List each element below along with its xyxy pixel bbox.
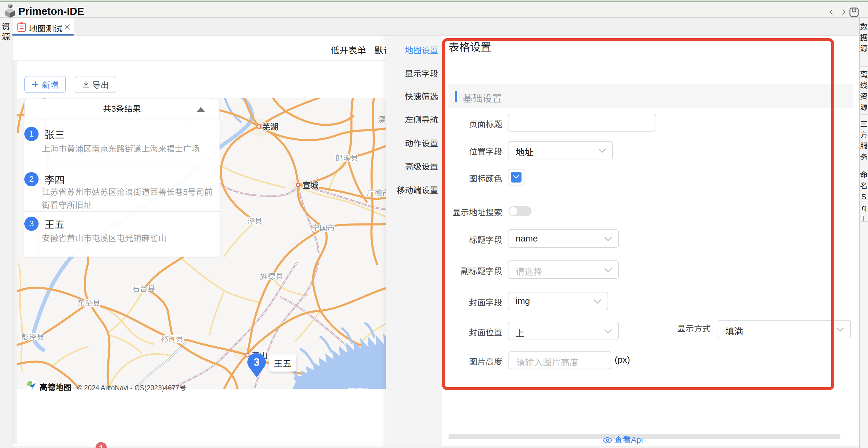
svg-text:祁门县: 祁门县 [160,335,184,344]
svg-text:芜湖: 芜湖 [262,123,278,132]
svg-text:郎溪县: 郎溪县 [335,154,359,163]
svg-text:东至县: 东至县 [77,299,100,308]
svg-text:彭泽县: 彭泽县 [21,333,44,342]
svg-text:宣城: 宣城 [302,181,318,190]
svg-text:3: 3 [254,356,259,368]
svg-text:建德市: 建德市 [348,388,371,389]
svg-text:旌德县: 旌德县 [260,272,283,281]
svg-text:宁国市: 宁国市 [312,224,335,233]
svg-text:泾县: 泾县 [247,217,262,226]
svg-text:广德市: 广德市 [367,189,385,198]
svg-text:石台县: 石台县 [132,284,155,293]
